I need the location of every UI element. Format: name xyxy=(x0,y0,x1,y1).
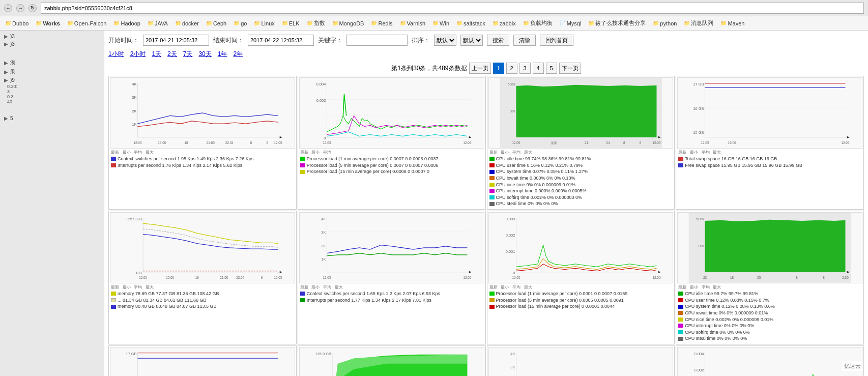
bookmark-label: Mysql xyxy=(567,20,582,26)
svg-text:22: 22 xyxy=(703,275,707,279)
chart-r3c4: 0.004 0.002 0 12:05 12:05 Loading... xyxy=(676,345,864,376)
sidebar-item-6[interactable]: ▶5 xyxy=(2,114,102,122)
address-bar[interactable] xyxy=(41,3,864,14)
bookmark-JAVA[interactable]: 📁JAVA xyxy=(144,19,171,27)
end-date-input[interactable] xyxy=(248,35,314,46)
start-date-input[interactable] xyxy=(143,35,209,46)
bookmark-Win[interactable]: 📁Win xyxy=(429,19,452,27)
bookmark-Dubbo[interactable]: 📁Dubbo xyxy=(2,19,32,27)
chart-r2c1-canvas: 125.9 GB 0 B 12:05 15:00 18 21:00 xyxy=(110,212,295,283)
bookmark-label: ELK xyxy=(289,20,300,26)
bookmark-Ceph[interactable]: 📁Ceph xyxy=(203,19,229,27)
svg-rect-110 xyxy=(122,348,283,376)
bookmark-label: Win xyxy=(440,20,449,26)
chart-r2c4-svg: 50% 0% 22 18 25 8 8 2:30 xyxy=(678,213,862,283)
chart-r3c3: 4K 3K 2K 1K 12:05 0:0 Loading... xyxy=(487,345,675,376)
chart-r1c1-legend: 最新 最小 平均 最大 Context switches per second … xyxy=(110,149,295,169)
time-shortcuts: 1小时2小时1天2天7天30天1年2年 xyxy=(108,48,864,61)
svg-text:0.002: 0.002 xyxy=(695,368,704,372)
forward-button[interactable]: → xyxy=(16,4,24,12)
bookmark-Maven[interactable]: 📁Maven xyxy=(717,19,747,27)
bookmark-python[interactable]: 📁python xyxy=(650,19,680,27)
sidebar-item-5[interactable]: ▶)9 xyxy=(2,76,102,84)
chart-r2c1-svg: 125.9 GB 0 B 12:05 15:00 18 21:00 xyxy=(110,213,295,283)
time-shortcut-7天[interactable]: 7天 xyxy=(183,50,193,59)
time-shortcut-1小时[interactable]: 1小时 xyxy=(108,50,124,59)
prev-page-button[interactable]: 上一页 xyxy=(469,63,491,74)
clear-button[interactable]: 清除 xyxy=(513,35,536,46)
home-button[interactable]: 回到首页 xyxy=(540,35,573,46)
time-shortcut-2年[interactable]: 2年 xyxy=(233,50,243,59)
chart-r2c2-legend: 最新 最小 平均 最大 Context switches per second … xyxy=(299,283,484,304)
refresh-button[interactable]: ↻ xyxy=(28,4,37,12)
sort-label: 排序： xyxy=(412,36,430,45)
svg-text:8: 8 xyxy=(266,141,268,144)
chart-r2c3-canvas: 0.003 0.002 0.001 0 12:05 12:05 xyxy=(488,212,674,283)
bookmark-saltstack[interactable]: 📁saltstack xyxy=(453,19,488,27)
bookmark-Mysql[interactable]: 📄Mysql xyxy=(557,19,585,27)
bookmark-Works[interactable]: 📁Works xyxy=(33,19,63,27)
page-4-button[interactable]: 4 xyxy=(533,63,544,74)
keyword-input[interactable] xyxy=(346,35,408,46)
sidebar-item-1[interactable]: ▶)3 xyxy=(2,33,102,40)
sidebar-item-2[interactable]: ▶)3 xyxy=(2,40,102,48)
svg-text:17 GB: 17 GB xyxy=(126,352,136,356)
bookmark-label: Dubbo xyxy=(12,20,28,26)
bookmark-zabbix[interactable]: 📁zabbix xyxy=(489,19,519,27)
bookmark-label: MongoDB xyxy=(339,20,364,26)
chart-r1c2-svg: 0.004 0.002 0 12:05 12:05 xyxy=(300,78,484,148)
svg-text:12:05: 12:05 xyxy=(323,275,331,279)
svg-text:8: 8 xyxy=(796,275,798,279)
time-shortcut-1年[interactable]: 1年 xyxy=(218,50,227,59)
bookmark-Varnish[interactable]: 📁Varnish xyxy=(397,19,428,27)
time-shortcut-1天[interactable]: 1天 xyxy=(152,50,161,59)
chart-r1c4: 17 GB 16 GB 15 GB 12:05 15:00 12:05 xyxy=(676,76,864,210)
svg-text:25: 25 xyxy=(757,275,761,279)
sort-select2[interactable]: 默认 xyxy=(460,35,483,46)
sidebar-item-3[interactable]: ▶漠 xyxy=(2,58,102,67)
bookmark-docker[interactable]: 📁docker xyxy=(172,19,202,27)
sidebar-item-4[interactable]: ▶采 xyxy=(2,67,102,76)
bookmark-label: saltstack xyxy=(464,20,485,26)
back-button[interactable]: ← xyxy=(4,4,12,12)
bookmark-消息队列[interactable]: 📁消息队列 xyxy=(681,18,716,28)
bookmark-负载均衡[interactable]: 📁负载均衡 xyxy=(520,18,556,28)
page-2-button[interactable]: 2 xyxy=(506,63,517,74)
start-label: 开始时间： xyxy=(108,36,139,45)
bookmark-go[interactable]: 📁go xyxy=(230,19,250,27)
page-3-button[interactable]: 3 xyxy=(519,63,531,74)
next-page-button[interactable]: 下一页 xyxy=(559,63,581,74)
time-shortcut-30天[interactable]: 30天 xyxy=(198,50,211,59)
chart-r1c3: 50% 0% 12:05 星期 21 24 8 8 12:05 xyxy=(487,76,675,210)
svg-text:12:05: 12:05 xyxy=(842,141,850,144)
page-5-button[interactable]: 5 xyxy=(546,63,557,74)
bookmark-指数[interactable]: 📁指数 xyxy=(304,18,328,28)
sort-select1[interactable]: 默认 xyxy=(434,35,456,46)
bookmark-label: go xyxy=(241,20,247,26)
svg-text:12:05: 12:05 xyxy=(652,275,660,279)
bookmark-Linux[interactable]: 📁Linux xyxy=(251,19,277,27)
chart-r3c3-canvas: 4K 3K 2K 1K 12:05 0:0 xyxy=(488,347,674,376)
bookmark-label: Ceph xyxy=(213,20,226,26)
search-button[interactable]: 搜索 xyxy=(487,35,509,46)
bookmark-Open-Falcon[interactable]: 📁Open-Falcon xyxy=(64,19,110,27)
bookmark-label: Varnish xyxy=(407,20,425,26)
svg-text:0%: 0% xyxy=(509,109,515,113)
svg-text:21: 21 xyxy=(584,141,588,144)
bookmark-Hadoop[interactable]: 📁Hadoop xyxy=(110,19,143,27)
bookmark-MongoDB[interactable]: 📁MongoDB xyxy=(329,19,367,27)
bookmark-筱了么技术通告分享[interactable]: 📁筱了么技术通告分享 xyxy=(585,18,649,28)
svg-text:2:30: 2:30 xyxy=(843,275,849,279)
bookmark-ELK[interactable]: 📁ELK xyxy=(279,19,303,27)
bookmark-label: docker xyxy=(182,20,199,26)
time-shortcut-2小时[interactable]: 2小时 xyxy=(130,50,146,59)
chart-r2c2: 4K 3K 2K 1K 12:05 12:05 最新 最小 平均 最大 Cont… xyxy=(298,211,486,344)
page-1-button[interactable]: 1 xyxy=(493,63,504,74)
bookmark-Redis[interactable]: 📁Redis xyxy=(368,19,395,27)
chart-r3c2-canvas: 125.9 GB 0 B 12:05 12:05 xyxy=(299,347,484,376)
svg-text:18: 18 xyxy=(184,141,188,144)
svg-text:3K: 3K xyxy=(321,230,326,235)
time-shortcut-2天[interactable]: 2天 xyxy=(167,50,177,59)
svg-text:12:05: 12:05 xyxy=(463,275,471,279)
pagination-bar: 第1条到30条，共489条数据 上一页 1 2 3 4 5 下一页 xyxy=(108,61,864,76)
